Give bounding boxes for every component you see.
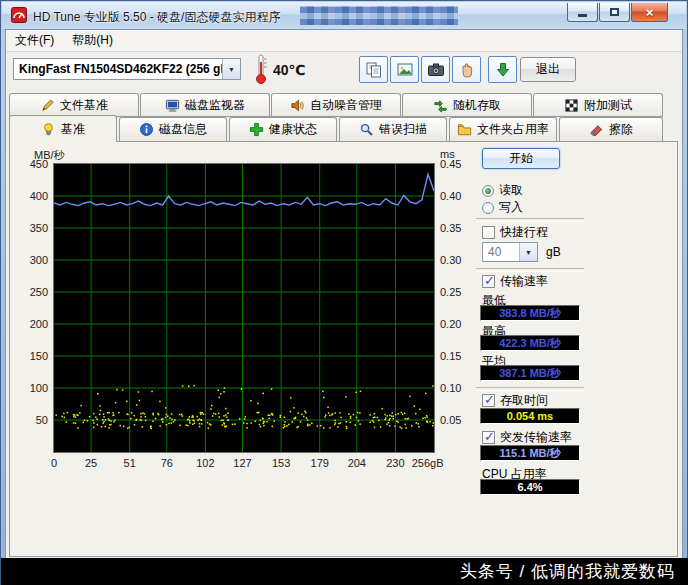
tab-label: 文件夹占用率 — [477, 121, 549, 138]
health-cross-icon — [249, 122, 264, 137]
tab-folder-usage[interactable]: 文件夹占用率 — [449, 117, 557, 141]
download-arrow-icon — [494, 61, 512, 79]
y-right-tick: 0.30 — [440, 254, 461, 266]
separator — [476, 218, 584, 222]
y-left-tick: 300 — [12, 254, 48, 266]
short-stroke-label: 快捷行程 — [500, 224, 548, 241]
tab-benchmark[interactable]: 基准 — [9, 115, 117, 142]
start-button[interactable]: 开始 — [482, 148, 560, 169]
checkbox-icon — [482, 431, 495, 444]
y-left-tick: 400 — [12, 190, 48, 202]
chevron-down-icon: ▼ — [222, 59, 240, 79]
benchmark-plot — [54, 164, 434, 452]
y-left-tick: 450 — [12, 158, 48, 170]
y-left-tick: 250 — [12, 286, 48, 298]
cpu-usage-value-box: 6.4% — [480, 479, 580, 495]
benchmark-controls: 开始 读取 写入 快捷行程 40 ▼ gB 传输速率 — [472, 142, 592, 556]
tab-extra-tests[interactable]: 附加测试 — [533, 93, 663, 117]
tab-label: 附加测试 — [584, 97, 632, 114]
menubar: 文件(F) 帮助(H) — [6, 30, 682, 52]
menu-file[interactable]: 文件(F) — [6, 29, 63, 52]
y-left-tick: 350 — [12, 222, 48, 234]
pointer-button[interactable] — [452, 56, 481, 83]
burst-rate-value-box: 115.1 MB/秒 — [480, 445, 580, 461]
short-stroke-size-select[interactable]: 40 ▼ — [482, 242, 538, 262]
avg-value-box: 387.1 MB/秒 — [480, 365, 580, 381]
x-tick: 76 — [161, 457, 173, 469]
x-tick: 179 — [311, 457, 329, 469]
y-right-tick: 0.40 — [440, 190, 461, 202]
separator — [476, 387, 584, 391]
tab-label: 基准 — [61, 121, 85, 138]
camera-icon — [427, 61, 445, 79]
transfer-rate-checkbox[interactable]: 传输速率 — [482, 273, 548, 290]
save-results-button[interactable] — [488, 56, 517, 83]
tab-label: 文件基准 — [60, 97, 108, 114]
access-time-value-box: 0.054 ms — [480, 408, 580, 424]
y-right-tick: 0.05 — [440, 414, 461, 426]
close-icon: × — [646, 6, 654, 19]
tab-erase[interactable]: 擦除 — [559, 117, 663, 141]
checkbox-icon — [482, 275, 495, 288]
access-time-label: 存取时间 — [500, 392, 548, 409]
avg-value: 387.1 MB/秒 — [499, 366, 561, 381]
gb-unit-label: gB — [546, 245, 561, 259]
speaker-icon — [290, 98, 305, 113]
menu-help[interactable]: 帮助(H) — [63, 29, 122, 52]
watermark-text: 头条号 / 低调的我就爱数码 — [1, 558, 688, 585]
censored-region — [300, 6, 458, 25]
tab-label: 自动噪音管理 — [310, 97, 382, 114]
short-stroke-size-value: 40 — [483, 245, 519, 259]
monitor-icon — [165, 98, 180, 113]
y-left-tick: 100 — [12, 382, 48, 394]
read-label: 读取 — [499, 182, 523, 199]
tab-random-access[interactable]: 随机存取 — [402, 93, 532, 117]
screenshot-button[interactable] — [421, 56, 450, 83]
burst-rate-checkbox[interactable]: 突发传输速率 — [482, 429, 572, 446]
tab-health[interactable]: 健康状态 — [229, 117, 337, 141]
x-tick: 51 — [124, 457, 136, 469]
magnifier-icon — [359, 122, 374, 137]
short-stroke-checkbox[interactable]: 快捷行程 — [482, 224, 548, 241]
maximize-button[interactable] — [599, 3, 630, 22]
read-radio[interactable]: 读取 — [482, 182, 523, 199]
write-radio[interactable]: 写入 — [482, 199, 523, 216]
copy-image-button[interactable] — [390, 56, 419, 83]
y-right-tick: 0.45 — [440, 158, 461, 170]
pencil-icon — [40, 98, 55, 113]
radio-icon — [482, 202, 494, 214]
tab-file-benchmark[interactable]: 文件基准 — [9, 93, 139, 117]
tab-label: 磁盘信息 — [159, 121, 207, 138]
titlebar: HD Tune 专业版 5.50 - 硬盘/固态硬盘实用程序 × — [2, 2, 686, 29]
access-time-value: 0.054 ms — [507, 410, 553, 422]
eraser-icon — [589, 122, 604, 137]
tab-disk-monitor[interactable]: 磁盘监视器 — [140, 93, 270, 117]
maximize-icon — [610, 8, 619, 16]
drive-select[interactable]: KingFast FN1504SD462KF22 (256 gB) ▼ — [13, 58, 241, 80]
tab-label: 健康状态 — [269, 121, 317, 138]
tab-aam[interactable]: 自动噪音管理 — [271, 93, 401, 117]
separator — [476, 268, 584, 272]
tab-error-scan[interactable]: 错误扫描 — [339, 117, 447, 141]
y-left-tick: 150 — [12, 350, 48, 362]
tab-label: 磁盘监视器 — [185, 97, 245, 114]
window-title: HD Tune 专业版 5.50 - 硬盘/固态硬盘实用程序 — [33, 9, 280, 26]
y-left-tick: 200 — [12, 318, 48, 330]
access-time-checkbox[interactable]: 存取时间 — [482, 392, 548, 409]
x-tick: 127 — [233, 457, 251, 469]
x-tick: 153 — [272, 457, 290, 469]
tab-disk-info[interactable]: 磁盘信息 — [119, 117, 227, 141]
copy-text-button[interactable] — [359, 56, 388, 83]
x-tick: 230 — [386, 457, 404, 469]
lightbulb-icon — [41, 122, 56, 137]
hdtune-app-icon — [11, 7, 27, 23]
exit-button[interactable]: 退出 — [520, 57, 576, 82]
x-tick: 0 — [51, 457, 57, 469]
y-right-tick: 0.35 — [440, 222, 461, 234]
close-button[interactable]: × — [631, 3, 668, 22]
minimize-button[interactable] — [567, 3, 598, 22]
tab-label: 擦除 — [609, 121, 633, 138]
transfer-rate-label: 传输速率 — [500, 273, 548, 290]
hdtune-window: HD Tune 专业版 5.50 - 硬盘/固态硬盘实用程序 × 文件(F) 帮… — [0, 0, 688, 585]
y-right-tick: 0.25 — [440, 286, 461, 298]
